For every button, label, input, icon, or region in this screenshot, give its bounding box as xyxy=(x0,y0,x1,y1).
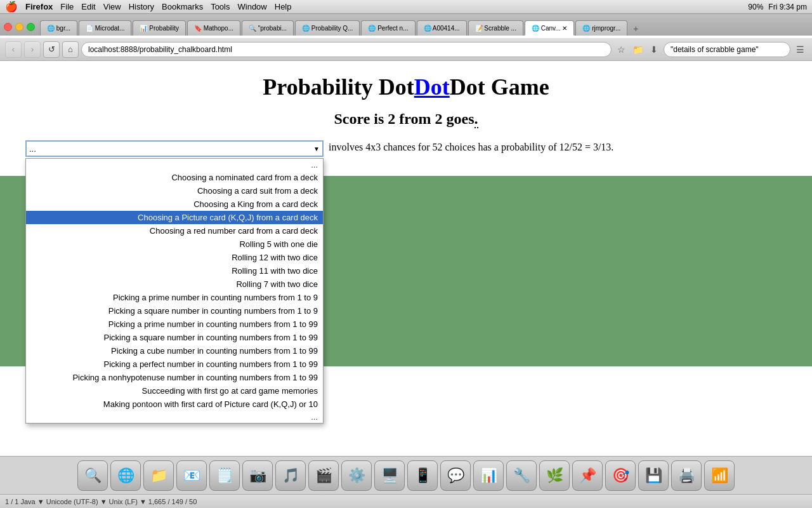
menu-view[interactable]: View xyxy=(103,2,121,11)
window-controls xyxy=(4,23,35,31)
menu-edit[interactable]: Edit xyxy=(81,2,95,11)
tab-5[interactable]: 🌐 Probability Q... xyxy=(295,20,360,36)
dropdown-item-4[interactable]: Choosing a red number card from a card d… xyxy=(26,224,323,237)
dropdown-item-16[interactable]: Succeeding with first go at card game me… xyxy=(26,384,323,398)
dropdown-item-0[interactable]: Choosing a nominated card from a deck xyxy=(26,171,323,184)
title-part3: Dot Game xyxy=(450,74,549,100)
dropdown-item-8[interactable]: Rolling 7 with two dice xyxy=(26,277,323,291)
tab-0[interactable]: 🌐 bgr... xyxy=(40,20,77,36)
menubar-battery: 90% xyxy=(748,3,763,11)
dropdown-item-9[interactable]: Picking a prime number in counting numbe… xyxy=(26,291,323,304)
dock-item-safari[interactable]: 🌐 xyxy=(110,460,141,491)
menubar-right: 90% Fri 9:34 pm xyxy=(748,3,807,11)
select-container: ... ▼ ... Choosing a nominated card from… xyxy=(25,140,324,157)
dock-item-messages[interactable]: 💬 xyxy=(440,460,471,491)
dock-item-photos[interactable]: 📷 xyxy=(242,460,273,491)
dropdown-item-1[interactable]: Choosing a card suit from a deck xyxy=(26,184,323,197)
title-part2: Dot xyxy=(414,74,450,100)
dropdown-area: ... ▼ ... Choosing a nominated card from… xyxy=(25,140,787,157)
tab-2[interactable]: 📊 Probability xyxy=(133,20,185,36)
dropdown-item-15[interactable]: Picking a nonhypotenuse number in counti… xyxy=(26,371,323,384)
dock-item-tools[interactable]: 🔧 xyxy=(506,460,537,491)
dropdown-item-14[interactable]: Picking a perfect number in counting num… xyxy=(26,358,323,371)
bookmark-star[interactable]: ☆ xyxy=(614,43,628,57)
menu-history[interactable]: History xyxy=(129,2,154,11)
menubar: 🍎 Firefox File Edit View History Bookmar… xyxy=(0,0,812,14)
menu-file[interactable]: File xyxy=(60,2,74,11)
dropdown-ellipsis-bottom[interactable]: ... xyxy=(26,411,323,423)
app-name[interactable]: Firefox xyxy=(25,2,53,11)
statusbar-info: 1 / 1 Java ▼ Unicode (UTF-8) ▼ Unix (LF)… xyxy=(5,498,197,505)
url-input[interactable]: localhost:8888/probability_chalkboard.ht… xyxy=(81,42,612,57)
dropdown-item-2[interactable]: Choosing a King from a card deck xyxy=(26,197,323,211)
dropdown-item-11[interactable]: Picking a prime number in counting numbe… xyxy=(26,318,323,331)
tab-9[interactable]: 🌐 Canv... ✕ xyxy=(525,20,575,36)
inline-text: involves 4x3 chances for 52 choices has … xyxy=(329,140,613,153)
dock-item-save[interactable]: 💾 xyxy=(638,460,669,491)
dropdown-item-10[interactable]: Picking a square number in counting numb… xyxy=(26,304,323,318)
dropdown-item-12[interactable]: Picking a square number in counting numb… xyxy=(26,331,323,344)
menubar-time: Fri 9:34 pm xyxy=(768,3,807,11)
dock-item-plant[interactable]: 🌿 xyxy=(539,460,570,491)
reload-button[interactable]: ↺ xyxy=(43,41,60,58)
dropdown-item-6[interactable]: Rolling 12 with two dice xyxy=(26,251,323,264)
menu-bookmarks[interactable]: Bookmarks xyxy=(162,2,203,11)
menu-icon[interactable]: ☰ xyxy=(793,43,807,57)
dropdown-item-17[interactable]: Making pontoon with first card of Pictur… xyxy=(26,398,323,411)
dropdown-item-3[interactable]: Choosing a Picture card (K,Q,J) from a c… xyxy=(26,211,323,224)
dock-item-finder[interactable]: 🔍 xyxy=(77,460,108,491)
minimize-button[interactable] xyxy=(15,23,23,31)
tab-3[interactable]: 🔖 Mathopo... xyxy=(187,20,240,36)
forward-button[interactable]: › xyxy=(24,41,41,58)
maximize-button[interactable] xyxy=(27,23,35,31)
dock-item-print[interactable]: 🖨️ xyxy=(671,460,702,491)
page-title: Probability DotDotDot Game xyxy=(25,74,787,100)
menu-tools[interactable]: Tools xyxy=(211,2,230,11)
bookmark-folder[interactable]: 📁 xyxy=(631,43,645,57)
score-line: Score is 2 from 2 goes. xyxy=(25,110,787,128)
back-button[interactable]: ‹ xyxy=(5,41,22,58)
dock-item-pin[interactable]: 📌 xyxy=(572,460,603,491)
dropdown-item-5[interactable]: Rolling 5 with one die xyxy=(26,237,323,251)
dock-item-files[interactable]: 📁 xyxy=(143,460,174,491)
tab-10[interactable]: 🌐 rjmprogr... xyxy=(575,20,627,36)
tab-4[interactable]: 🔍 "probabi... xyxy=(242,20,294,36)
tab-6[interactable]: 🌐 Perfect n... xyxy=(361,20,415,36)
dock-item-video[interactable]: 🎬 xyxy=(308,460,339,491)
apple-menu[interactable]: 🍎 xyxy=(5,1,18,13)
title-part1: Probability Dot xyxy=(263,74,414,100)
tab-8[interactable]: 📝 Scrabble ... xyxy=(468,20,523,36)
dock-item-music[interactable]: 🎵 xyxy=(275,460,306,491)
score-text: Score is 2 from 2 goes xyxy=(334,110,474,127)
dock-item-display[interactable]: 🖥️ xyxy=(374,460,405,491)
select-display: ... xyxy=(29,144,313,154)
dock-item-settings[interactable]: ⚙️ xyxy=(341,460,372,491)
dock-item-phone[interactable]: 📱 xyxy=(407,460,438,491)
home-button[interactable]: ⌂ xyxy=(62,41,79,58)
dropdown-item-13[interactable]: Picking a cube number in counting number… xyxy=(26,344,323,358)
new-tab-button[interactable]: + xyxy=(629,22,643,36)
dock-item-notes[interactable]: 🗒️ xyxy=(209,460,240,491)
tab-1[interactable]: 📄 Microdat... xyxy=(79,20,131,36)
page-content: Probability DotDotDot Game Score is 2 fr… xyxy=(0,61,812,176)
download-icon[interactable]: ⬇ xyxy=(647,43,661,57)
dock-item-spreadsheet[interactable]: 📊 xyxy=(473,460,504,491)
tab-7[interactable]: 🌐 A00414... xyxy=(417,20,467,36)
score-dot: . xyxy=(475,110,478,128)
menu-help[interactable]: Help xyxy=(275,2,292,11)
dropdown-ellipsis-top[interactable]: ... xyxy=(26,159,323,171)
toolbar: ‹ › ↺ ⌂ localhost:8888/probability_chalk… xyxy=(0,38,812,61)
close-button[interactable] xyxy=(4,23,12,31)
dock-item-target[interactable]: 🎯 xyxy=(605,460,636,491)
dropdown-item-7[interactable]: Rolling 11 with two dice xyxy=(26,264,323,277)
dock: 🔍 🌐 📁 📧 🗒️ 📷 🎵 🎬 ⚙️ 🖥️ 📱 💬 📊 🔧 🌿 📌 🎯 💾 🖨… xyxy=(0,456,812,494)
statusbar: 1 / 1 Java ▼ Unicode (UTF-8) ▼ Unix (LF)… xyxy=(0,494,812,508)
dock-item-mail[interactable]: 📧 xyxy=(176,460,207,491)
search-input[interactable] xyxy=(664,42,790,57)
dock-item-network[interactable]: 📶 xyxy=(704,460,735,491)
select-arrow[interactable]: ▼ xyxy=(313,145,320,152)
menu-window[interactable]: Window xyxy=(238,2,267,11)
dropdown-list: ... Choosing a nominated card from a dec… xyxy=(25,158,324,424)
